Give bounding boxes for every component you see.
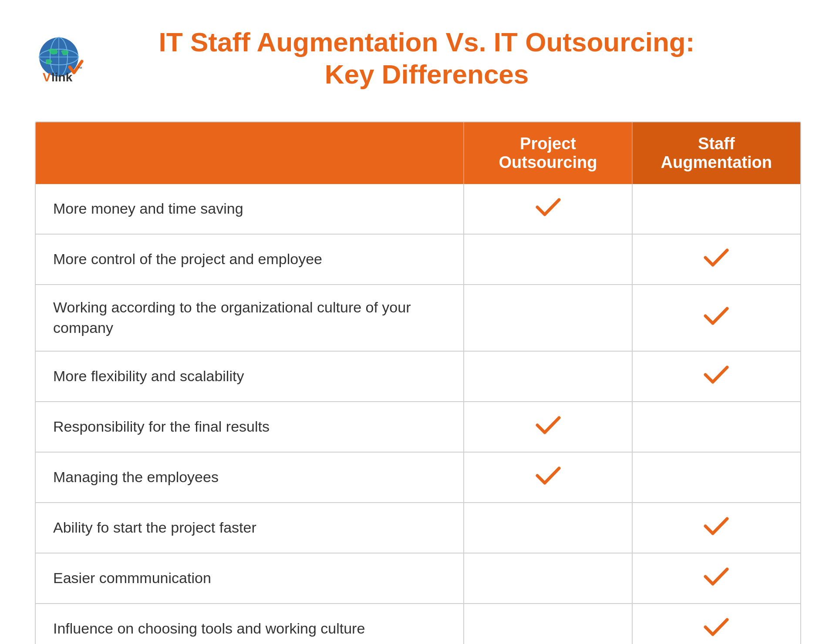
- table-row: Working according to the organizational …: [36, 285, 800, 351]
- row-label: Managing the employees: [36, 452, 464, 503]
- row-label: More flexibility and scalability: [36, 351, 464, 402]
- page-header: V link ™ IT Staff Augmentation Vs. IT Ou…: [35, 17, 801, 100]
- check-icon: [703, 515, 729, 537]
- check-icon: [535, 465, 561, 486]
- row-outsourcing-check: [464, 553, 632, 604]
- check-icon: [703, 247, 729, 268]
- row-outsourcing-check: [464, 234, 632, 285]
- row-augmentation-check: [632, 351, 800, 402]
- row-augmentation-check: [632, 234, 800, 285]
- row-outsourcing-check: [464, 604, 632, 644]
- row-augmentation-check: [632, 184, 800, 234]
- check-icon: [535, 196, 561, 218]
- comparison-table: Project Outsourcing Staff Augmentation M…: [36, 122, 800, 644]
- table-row: Responsibility for the final results: [36, 402, 800, 452]
- svg-text:™: ™: [78, 66, 82, 71]
- table-row: Managing the employees: [36, 452, 800, 503]
- row-augmentation-check: [632, 285, 800, 351]
- col-feature-header: [36, 122, 464, 184]
- svg-text:V: V: [43, 70, 51, 82]
- table-row: More flexibility and scalability: [36, 351, 800, 402]
- row-label: Ability fo start the project faster: [36, 503, 464, 553]
- col-augmentation-header: Staff Augmentation: [632, 122, 800, 184]
- table-row: More control of the project and employee: [36, 234, 800, 285]
- check-icon: [535, 414, 561, 436]
- row-label: More control of the project and employee: [36, 234, 464, 285]
- check-icon: [703, 616, 729, 638]
- svg-text:link: link: [51, 70, 73, 82]
- table-row: Ability fo start the project faster: [36, 503, 800, 553]
- row-outsourcing-check: [464, 285, 632, 351]
- check-icon: [703, 364, 729, 386]
- vlink-logo: V link ™: [35, 34, 91, 82]
- table-row: More money and time saving: [36, 184, 800, 234]
- row-augmentation-check: [632, 402, 800, 452]
- row-outsourcing-check: [464, 503, 632, 553]
- row-label: Working according to the organizational …: [36, 285, 464, 351]
- table-body: More money and time savingMore control o…: [36, 184, 800, 644]
- row-outsourcing-check: [464, 402, 632, 452]
- check-icon: [703, 305, 729, 327]
- table-row: Influence on choosing tools and working …: [36, 604, 800, 644]
- row-outsourcing-check: [464, 184, 632, 234]
- page-title: IT Staff Augmentation Vs. IT Outsourcing…: [109, 26, 801, 91]
- table-header-row: Project Outsourcing Staff Augmentation: [36, 122, 800, 184]
- row-augmentation-check: [632, 553, 800, 604]
- row-outsourcing-check: [464, 351, 632, 402]
- table-row: Easier commmunication: [36, 553, 800, 604]
- row-label: Responsibility for the final results: [36, 402, 464, 452]
- row-augmentation-check: [632, 503, 800, 553]
- row-augmentation-check: [632, 604, 800, 644]
- row-label: Easier commmunication: [36, 553, 464, 604]
- comparison-table-container: Project Outsourcing Staff Augmentation M…: [35, 121, 801, 644]
- col-outsourcing-header: Project Outsourcing: [464, 122, 632, 184]
- check-icon: [703, 566, 729, 587]
- row-augmentation-check: [632, 452, 800, 503]
- row-label: More money and time saving: [36, 184, 464, 234]
- row-label: Influence on choosing tools and working …: [36, 604, 464, 644]
- row-outsourcing-check: [464, 452, 632, 503]
